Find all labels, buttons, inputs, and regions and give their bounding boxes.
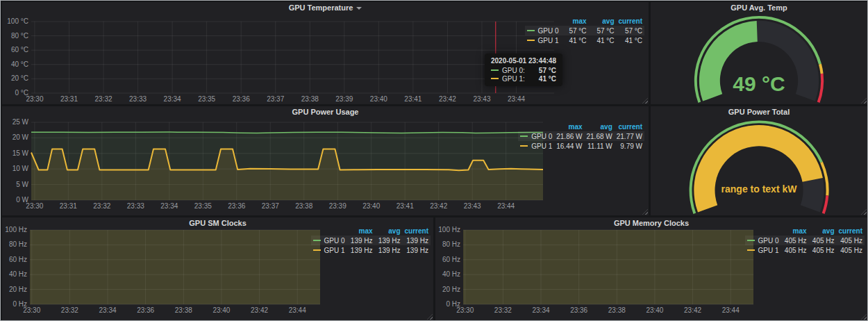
panel-gpu-avg-temp: GPU Avg. Temp 49 °C xyxy=(651,2,867,104)
panel-menu-caret-icon[interactable] xyxy=(356,7,362,10)
legend-series-gpu-1[interactable]: GPU 1 xyxy=(745,245,781,255)
x-tick-label: 23:36 xyxy=(137,306,154,314)
panel-title[interactable]: GPU SM Clocks xyxy=(189,217,247,229)
legend-row: GPU 116.44 W11.11 W9.79 W xyxy=(518,141,644,151)
legend-stat-value: 21.77 W xyxy=(615,131,644,141)
tooltip-series-name: GPU 0: xyxy=(502,67,525,74)
x-tick-label: 23:44 xyxy=(722,306,740,314)
x-tick-label: 23:38 xyxy=(295,202,312,210)
legend-stat-value: 21.68 W xyxy=(585,131,615,141)
legend-row: GPU 0139 Hz139 Hz139 Hz xyxy=(311,236,431,245)
tooltip-series-name: GPU 1: xyxy=(502,75,525,83)
legend-stat-value: 57 °C xyxy=(617,26,644,35)
x-tick-label: 23:38 xyxy=(608,306,626,314)
gauge-value: range to text kW xyxy=(721,183,798,195)
memory-clocks-chart[interactable]: 0 Hz20 Hz40 Hz60 Hz80 Hz100 Hz23:3023:32… xyxy=(437,226,763,320)
legend-table: maxavgcurrentGPU 021.86 W21.68 W21.77 WG… xyxy=(518,122,644,151)
legend-series-label: GPU 0 xyxy=(538,27,559,35)
panel-header[interactable]: GPU Power Total xyxy=(651,106,867,117)
legend-stat-value: 41 °C xyxy=(617,35,644,45)
x-tick-label: 23:43 xyxy=(473,95,490,103)
legend-series-gpu-1[interactable]: GPU 1 xyxy=(525,35,561,45)
panel-title[interactable]: GPU Temperature xyxy=(289,2,353,13)
panel-resize-handle[interactable] xyxy=(861,314,867,320)
x-tick-label: 23:31 xyxy=(60,95,78,103)
avg-temp-gauge[interactable]: 49 °C xyxy=(651,13,867,104)
panel-resize-handle[interactable] xyxy=(642,209,648,215)
panel-gpu-power-total: GPU Power Total range to text kW xyxy=(651,106,867,215)
legend-header-avg[interactable]: avg xyxy=(589,16,617,26)
x-tick-label: 23:34 xyxy=(160,202,178,210)
power-usage-chart[interactable]: 0 W5 W10 W15 W20 W25 W23:3023:3123:3223:… xyxy=(5,116,557,215)
power-legend: maxavgcurrentGPU 021.86 W21.68 W21.77 WG… xyxy=(518,122,644,151)
panel-title[interactable]: GPU Memory Clocks xyxy=(614,217,689,229)
tooltip-row-gpu0: GPU 0: 57 °C xyxy=(491,67,556,74)
sm-clocks-chart[interactable]: 0 Hz20 Hz40 Hz60 Hz80 Hz100 Hz23:3023:32… xyxy=(3,226,330,320)
panel-header[interactable]: GPU SM Clocks xyxy=(2,217,433,229)
y-tick-label: 20 Hz xyxy=(9,286,27,293)
panel-title[interactable]: GPU Power Usage xyxy=(292,106,359,117)
x-tick-label: 23:33 xyxy=(127,202,144,210)
series-dash-icon xyxy=(747,249,755,251)
x-tick-label: 23:41 xyxy=(397,202,414,210)
x-tick-label: 23:30 xyxy=(26,202,43,210)
x-tick-label: 23:34 xyxy=(532,306,549,314)
panel-resize-handle[interactable] xyxy=(427,314,433,320)
legend-stat-value: 139 Hz xyxy=(347,245,375,255)
legend-stat-value: 57 °C xyxy=(561,26,589,35)
panel-header[interactable]: GPU Avg. Temp xyxy=(651,2,867,13)
legend-header-avg[interactable]: avg xyxy=(585,122,615,131)
panel-header[interactable]: GPU Memory Clocks xyxy=(435,217,867,229)
legend-header-max[interactable]: max xyxy=(561,16,589,26)
power-total-gauge[interactable]: range to text kW xyxy=(651,117,867,215)
legend-header-current[interactable]: current xyxy=(615,122,644,131)
y-tick-label: 40 °C xyxy=(11,60,28,68)
series-area-GPU 1 xyxy=(30,230,320,304)
y-tick-label: 15 W xyxy=(12,149,29,157)
legend-series-label: GPU 0 xyxy=(531,133,552,140)
x-tick-label: 23:37 xyxy=(262,202,279,210)
panel-header[interactable]: GPU Temperature xyxy=(2,2,649,13)
legend-series-gpu-1[interactable]: GPU 1 xyxy=(518,141,554,151)
legend-series-gpu-0[interactable]: GPU 0 xyxy=(311,236,347,245)
legend-row: GPU 1405 Hz405 Hz405 Hz xyxy=(745,245,865,255)
series-dash-icon xyxy=(491,69,499,71)
legend-series-gpu-1[interactable]: GPU 1 xyxy=(311,245,347,255)
panel-gpu-sm-clocks: GPU SM Clocks 0 Hz20 Hz40 Hz60 Hz80 Hz10… xyxy=(2,217,433,320)
series-dash-icon xyxy=(491,78,499,79)
panel-title[interactable]: GPU Power Total xyxy=(728,106,790,117)
legend-series-label: GPU 1 xyxy=(758,247,779,254)
x-tick-label: 23:30 xyxy=(26,95,43,103)
series-dash-icon xyxy=(747,240,755,241)
x-tick-label: 23:44 xyxy=(289,306,306,314)
x-tick-label: 23:42 xyxy=(251,306,268,314)
legend-series-gpu-0[interactable]: GPU 0 xyxy=(745,236,781,245)
panel-resize-handle[interactable] xyxy=(642,98,648,104)
x-tick-label: 23:32 xyxy=(494,306,512,314)
legend-header-row: maxavgcurrent xyxy=(525,16,644,26)
legend-series-gpu-0[interactable]: GPU 0 xyxy=(518,131,554,141)
x-tick-label: 23:31 xyxy=(60,202,77,210)
legend-header-current[interactable]: current xyxy=(617,16,644,26)
legend-stat-value: 139 Hz xyxy=(375,245,403,255)
tooltip-row-gpu1: GPU 1: 41 °C xyxy=(491,75,556,83)
legend-row: GPU 0405 Hz405 Hz405 Hz xyxy=(745,236,865,245)
series-dash-icon xyxy=(313,240,321,241)
panel-title[interactable]: GPU Avg. Temp xyxy=(731,2,787,13)
y-tick-label: 60 Hz xyxy=(9,256,27,263)
y-tick-label: 60 °C xyxy=(11,46,28,54)
x-tick-label: 23:39 xyxy=(329,202,347,210)
y-tick-label: 20 °C xyxy=(11,74,28,82)
legend-series-gpu-0[interactable]: GPU 0 xyxy=(525,26,561,35)
legend-stat-value: 405 Hz xyxy=(809,236,837,245)
legend-row: GPU 057 °C57 °C57 °C xyxy=(525,26,644,35)
series-dash-icon xyxy=(527,30,535,31)
temperature-chart[interactable]: 0 °C20 °C40 °C60 °C80 °C100 °C23:3023:31… xyxy=(5,13,557,104)
legend-series-label: GPU 0 xyxy=(758,237,779,245)
legend-header-max[interactable]: max xyxy=(554,122,584,131)
x-tick-label: 23:40 xyxy=(646,306,663,314)
panel-header[interactable]: GPU Power Usage xyxy=(2,106,649,117)
legend-corner xyxy=(518,122,554,131)
y-tick-label: 40 Hz xyxy=(442,270,460,278)
legend-stat-value: 16.44 W xyxy=(554,141,584,151)
